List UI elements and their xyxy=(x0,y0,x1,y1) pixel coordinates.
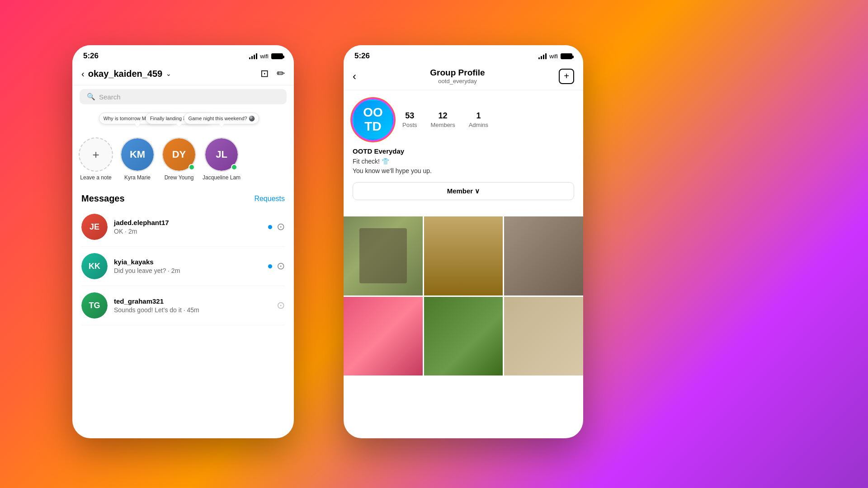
members-count: 12 xyxy=(431,111,455,121)
msg1-actions: ⊙ xyxy=(268,221,285,233)
grid-photo-6[interactable] xyxy=(504,297,583,376)
kyra-avatar: KM xyxy=(120,137,155,172)
group-title-block: Group Profile ootd_everyday xyxy=(430,68,485,84)
member-button-label: Member ∨ xyxy=(447,187,480,195)
requests-link[interactable]: Requests xyxy=(254,195,285,203)
group-profile-title: Group Profile xyxy=(430,68,485,78)
signal-icon-right xyxy=(538,53,547,59)
msg1-content: jaded.elephant17 OK · 2m xyxy=(114,219,262,235)
jacqueline-note-bubble: Game night this weekend? 🎱 xyxy=(184,113,259,124)
admins-count: 1 xyxy=(469,111,488,121)
dm-header-right: ⊡ ✏ xyxy=(260,68,285,80)
status-time-right: 5:26 xyxy=(354,52,370,61)
msg1-preview: OK · 2m xyxy=(114,228,262,235)
msg2-camera-icon[interactable]: ⊙ xyxy=(277,260,285,272)
add-to-group-button[interactable]: + xyxy=(559,69,574,84)
posts-count: 53 xyxy=(402,111,417,121)
jacqueline-name: Jacqueline Lam xyxy=(203,174,241,181)
group-bio-line2: You know we'll hype you up. xyxy=(353,167,432,174)
group-stats: 53 Posts 12 Members 1 Admins xyxy=(402,111,488,129)
group-profile-section: OO TD 53 Posts 12 Members 1 Admins O xyxy=(344,90,583,216)
group-back-button[interactable]: ‹ xyxy=(353,70,356,83)
grid-photo-4[interactable] xyxy=(344,297,423,376)
msg1-unread-indicator xyxy=(268,225,272,229)
wifi-icon-right: wifi xyxy=(549,53,558,60)
status-bar-right: 5:26 wifi xyxy=(344,45,583,64)
dm-username: okay_kaiden_459 xyxy=(88,69,163,79)
add-note-label: Leave a note xyxy=(80,174,111,181)
msg1-avatar: JE xyxy=(81,214,108,240)
grid-photo-3[interactable] xyxy=(504,216,583,296)
grid-photo-1[interactable] xyxy=(344,216,423,296)
video-call-icon[interactable]: ⊡ xyxy=(260,68,269,80)
grid-photo-5[interactable] xyxy=(424,297,503,376)
admins-label: Admins xyxy=(469,122,488,128)
battery-icon-right xyxy=(561,53,572,59)
add-note-item[interactable]: + Leave a note xyxy=(78,137,114,181)
msg3-actions: ⊙ xyxy=(277,300,285,311)
drew-name: Drew Young xyxy=(165,174,194,181)
search-icon: 🔍 xyxy=(87,93,95,101)
message-item-3[interactable]: TG ted_graham321 Sounds good! Let's do i… xyxy=(81,286,285,325)
msg2-unread-indicator xyxy=(268,264,272,268)
dm-header: ‹ okay_kaiden_459 ⌄ ⊡ ✏ xyxy=(72,64,294,85)
jacqueline-avatar-wrapper: JL xyxy=(204,137,239,172)
stat-members: 12 Members xyxy=(431,111,455,129)
stat-posts: 53 Posts xyxy=(402,111,417,129)
signal-icon xyxy=(249,53,257,59)
msg1-camera-icon[interactable]: ⊙ xyxy=(277,221,285,233)
stat-admins: 1 Admins xyxy=(469,111,488,129)
add-button-icon: + xyxy=(564,71,569,81)
member-button[interactable]: Member ∨ xyxy=(353,182,574,200)
group-avatar: OO TD xyxy=(353,99,393,140)
dm-header-left: ‹ okay_kaiden_459 ⌄ xyxy=(81,69,171,79)
message-item-2[interactable]: KK kyia_kayaks Did you leave yet? · 2m ⊙ xyxy=(81,247,285,286)
group-bio: Fit check! 👕 You know we'll hype you up. xyxy=(353,157,574,176)
msg3-avatar: TG xyxy=(81,292,108,319)
message-item-1[interactable]: JE jaded.elephant17 OK · 2m ⊙ xyxy=(81,207,285,247)
status-icons-left: wifi xyxy=(249,53,283,60)
story-drew[interactable]: Finally landing in NYC! ❤️ DY Drew Young xyxy=(161,137,197,181)
back-button[interactable]: ‹ xyxy=(81,69,85,79)
grid-photo-2[interactable] xyxy=(424,216,503,296)
drew-online-indicator xyxy=(189,164,195,170)
search-bar[interactable]: 🔍 Search xyxy=(80,89,287,104)
wifi-icon: wifi xyxy=(260,53,269,60)
msg2-avatar: KK xyxy=(81,253,108,279)
story-jacqueline[interactable]: Game night this weekend? 🎱 JL Jacqueline… xyxy=(203,137,241,181)
group-header: ‹ Group Profile ootd_everyday + xyxy=(344,64,583,90)
msg2-preview: Did you leave yet? · 2m xyxy=(114,267,262,274)
group-display-name: OOTD Everyday xyxy=(353,147,574,155)
messages-header: Messages Requests xyxy=(81,188,285,207)
group-handle: ootd_everyday xyxy=(430,78,485,84)
msg3-content: ted_graham321 Sounds good! Let's do it ·… xyxy=(114,297,270,314)
messages-title: Messages xyxy=(81,193,125,204)
kyra-avatar-wrapper: KM xyxy=(120,137,155,172)
compose-icon[interactable]: ✏ xyxy=(277,68,285,80)
group-bio-line1: Fit check! 👕 xyxy=(353,158,389,165)
add-note-icon: + xyxy=(92,148,99,162)
msg3-camera-icon[interactable]: ⊙ xyxy=(277,300,285,311)
msg2-content: kyia_kayaks Did you leave yet? · 2m xyxy=(114,258,262,274)
messages-section: Messages Requests JE jaded.elephant17 OK… xyxy=(72,188,294,325)
kyra-name: Kyra Marie xyxy=(124,174,151,181)
msg2-username: kyia_kayaks xyxy=(114,258,262,266)
members-label: Members xyxy=(431,122,455,128)
posts-label: Posts xyxy=(402,122,417,128)
msg1-username: jaded.elephant17 xyxy=(114,219,262,226)
group-info-row: OO TD 53 Posts 12 Members 1 Admins xyxy=(353,99,574,140)
add-note-avatar[interactable]: + xyxy=(79,137,113,172)
battery-icon xyxy=(271,53,283,59)
msg3-username: ted_graham321 xyxy=(114,297,270,305)
stories-row: + Leave a note Why is tomorrow Monday!? … xyxy=(72,108,294,188)
msg3-preview: Sounds good! Let's do it · 45m xyxy=(114,306,270,314)
story-kyra[interactable]: Why is tomorrow Monday!? 😩 KM Kyra Marie xyxy=(119,137,156,181)
msg2-actions: ⊙ xyxy=(268,260,285,272)
drew-avatar-wrapper: DY xyxy=(162,137,196,172)
search-placeholder: Search xyxy=(99,93,121,101)
right-phone: 5:26 wifi ‹ Group Profile ootd_everyday … xyxy=(344,45,583,438)
left-phone: 5:26 wifi ‹ okay_kaiden_459 ⌄ ⊡ ✏ 🔍 Sear… xyxy=(72,45,294,438)
status-time-left: 5:26 xyxy=(83,52,99,61)
jacqueline-online-indicator xyxy=(231,164,237,170)
photo-grid xyxy=(344,216,583,375)
